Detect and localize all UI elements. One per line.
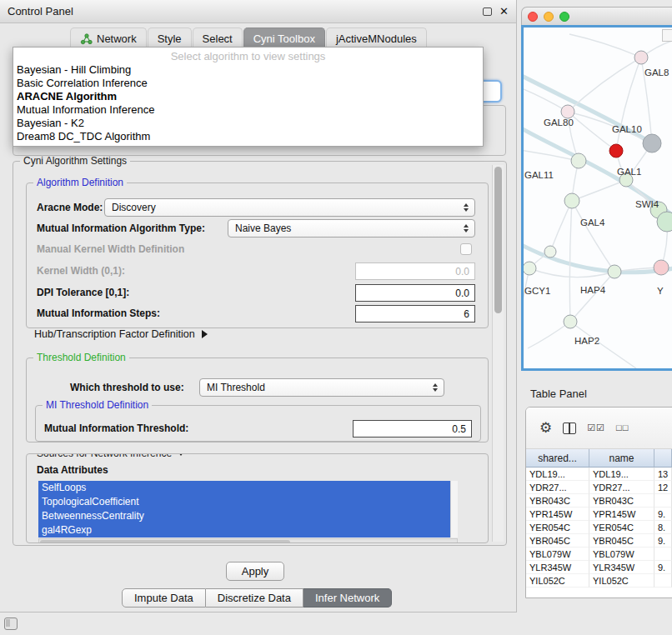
- table-cell[interactable]: YDL19...: [589, 468, 654, 481]
- node-gal11[interactable]: [571, 153, 586, 168]
- table-cell[interactable]: YLR345W: [589, 561, 654, 574]
- table-row[interactable]: YDL19... YDL19... 13: [526, 468, 672, 481]
- node-gal10[interactable]: [643, 134, 661, 152]
- dpi-tolerance-label: DPI Tolerance [0,1]:: [37, 287, 129, 299]
- node-hap4[interactable]: [608, 265, 621, 278]
- table-cell[interactable]: YBR045C: [526, 534, 589, 548]
- manual-kernel-width-checkbox[interactable]: [460, 243, 472, 255]
- node-gcy1[interactable]: [524, 262, 536, 275]
- table-cell[interactable]: YBL079W: [526, 548, 589, 561]
- table-row[interactable]: YLR345W YLR345W 9.: [526, 561, 672, 574]
- node-gal8[interactable]: [634, 51, 648, 64]
- table-cell[interactable]: YIL052C: [589, 574, 654, 588]
- table-cell[interactable]: YDL19...: [526, 468, 589, 481]
- dpi-tolerance-field[interactable]: 0.0: [355, 284, 475, 302]
- table-row[interactable]: YBL079W YBL079W: [526, 548, 672, 561]
- mi-steps-field[interactable]: 6: [355, 305, 475, 322]
- network-window-titlebar[interactable]: [521, 7, 672, 25]
- columns-icon[interactable]: [563, 422, 576, 434]
- hub-definition-expander[interactable]: Hub/Transcription Factor Definition: [34, 328, 208, 340]
- table-cell[interactable]: [654, 574, 672, 588]
- table-cell[interactable]: YBR045C: [589, 534, 654, 548]
- column-header-shared-name[interactable]: shared...: [526, 449, 589, 468]
- minimize-button[interactable]: [544, 12, 554, 22]
- table-cell[interactable]: YBL079W: [589, 548, 654, 561]
- mi-algorithm-type-combobox[interactable]: Naive Bayes: [228, 219, 475, 238]
- table-cell[interactable]: 9.: [654, 561, 672, 574]
- table-cell[interactable]: YPR145W: [589, 508, 654, 521]
- table-row[interactable]: YBR043C YBR043C: [526, 494, 672, 508]
- algorithm-option-selected[interactable]: ARACNE Algorithm: [13, 90, 483, 103]
- algorithm-option[interactable]: Bayesian - Hill Climbing: [13, 63, 483, 77]
- which-threshold-combobox[interactable]: MI Threshold: [199, 378, 444, 397]
- attribute-item-selected[interactable]: SelfLoops: [38, 481, 450, 495]
- node-gal80[interactable]: [561, 105, 574, 118]
- node-gal4[interactable]: [564, 193, 579, 208]
- node-right-pink[interactable]: [654, 260, 669, 275]
- tab-infer-network[interactable]: Infer Network: [303, 588, 392, 608]
- gear-icon[interactable]: ⚙: [539, 421, 552, 435]
- attribute-list-hscrollbar[interactable]: [38, 538, 458, 543]
- algorithm-option[interactable]: Bayesian - K2: [13, 117, 483, 130]
- expanded-arrow-icon: [177, 453, 185, 456]
- node-selected-red[interactable]: [609, 144, 623, 158]
- table-cell[interactable]: 8.: [654, 521, 672, 534]
- node-label: GCY1: [524, 286, 550, 296]
- network-scrollbar-corner[interactable]: [662, 29, 672, 42]
- tab-discretize-data[interactable]: Discretize Data: [206, 588, 303, 608]
- table-cell[interactable]: YIL052C: [526, 574, 589, 588]
- column-header-name[interactable]: name: [589, 449, 654, 468]
- kernel-width-field[interactable]: 0.0: [355, 262, 475, 280]
- table-row[interactable]: YPR145W YPR145W 9.: [526, 508, 672, 521]
- mi-threshold-field[interactable]: 0.5: [353, 420, 472, 438]
- sources-legend-label: Sources for Network Inference: [37, 453, 172, 459]
- algorithm-option[interactable]: Basic Correlation Inference: [13, 77, 483, 90]
- apply-button[interactable]: Apply: [226, 562, 284, 581]
- table-cell[interactable]: YBR043C: [589, 494, 654, 508]
- float-window-icon[interactable]: [483, 8, 492, 16]
- table-cell[interactable]: 9.: [654, 534, 672, 548]
- node-hap2[interactable]: [564, 315, 577, 328]
- node-mid[interactable]: [544, 246, 556, 258]
- tab-impute-data[interactable]: Impute Data: [122, 588, 206, 608]
- table-cell[interactable]: 13: [654, 468, 672, 481]
- aracne-mode-combobox[interactable]: Discovery: [104, 198, 475, 217]
- node-label: GAL10: [612, 124, 642, 134]
- close-panel-icon[interactable]: ✕: [499, 6, 509, 17]
- attribute-list-hscrollbar-thumb[interactable]: [40, 540, 290, 543]
- column-header-extra[interactable]: [654, 449, 672, 468]
- data-attributes-label: Data Attributes: [37, 464, 108, 477]
- deselect-all-checkboxes-icon[interactable]: □□: [616, 423, 629, 432]
- network-canvas[interactable]: GAL8 GAL80 GAL10 GAL11 GAL1 SWI4 GAL4 GC…: [521, 25, 672, 371]
- close-button[interactable]: [528, 12, 538, 22]
- settings-scrollbar[interactable]: [492, 165, 504, 542]
- restore-panel-icon[interactable]: [4, 618, 18, 630]
- network-graph[interactable]: GAL8 GAL80 GAL10 GAL11 GAL1 SWI4 GAL4 GC…: [524, 28, 672, 368]
- algorithm-option[interactable]: Dream8 DC_TDC Algorithm: [13, 130, 483, 143]
- zoom-button[interactable]: [559, 12, 569, 22]
- table-cell[interactable]: YPR145W: [526, 508, 589, 521]
- table-cell[interactable]: [654, 494, 672, 508]
- table-cell[interactable]: 12: [654, 481, 672, 494]
- settings-scrollbar-thumb[interactable]: [494, 167, 502, 313]
- table-cell[interactable]: YER054C: [526, 521, 589, 534]
- table-cell[interactable]: YBR043C: [526, 494, 589, 508]
- select-all-checkboxes-icon[interactable]: ☑☑: [587, 423, 605, 432]
- attribute-item-selected[interactable]: TopologicalCoefficient: [38, 495, 450, 509]
- table-cell[interactable]: [654, 548, 672, 561]
- tab-network-label: Network: [97, 32, 137, 45]
- algorithm-option[interactable]: Mutual Information Inference: [13, 103, 483, 117]
- table-row[interactable]: YER054C YER054C 8.: [526, 521, 672, 534]
- table-cell[interactable]: 9.: [654, 508, 672, 521]
- table-row[interactable]: YIL052C YIL052C: [526, 574, 672, 588]
- table-cell[interactable]: YER054C: [589, 521, 654, 534]
- table-row[interactable]: YBR045C YBR045C 9.: [526, 534, 672, 548]
- table-cell[interactable]: YDR27...: [526, 481, 589, 494]
- attribute-item-selected[interactable]: BetweennessCentrality: [38, 509, 450, 523]
- attribute-item-selected[interactable]: gal4RGexp: [38, 523, 450, 538]
- sources-legend[interactable]: Sources for Network Inference: [33, 453, 188, 459]
- table-row[interactable]: YDR27... YDR27... 12: [526, 481, 672, 494]
- attribute-list-vscrollbar[interactable]: [450, 481, 458, 538]
- table-cell[interactable]: YDR27...: [589, 481, 654, 494]
- table-cell[interactable]: YLR345W: [526, 561, 589, 574]
